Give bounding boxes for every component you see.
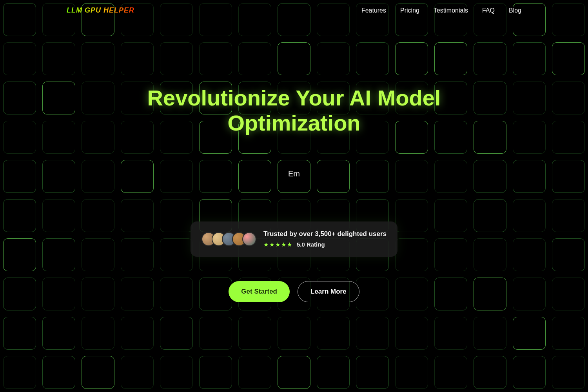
bg-cube	[3, 317, 36, 350]
bg-cube	[199, 317, 232, 350]
bg-cube	[434, 356, 467, 389]
get-started-button[interactable]: Get Started	[229, 281, 290, 302]
bg-cube	[3, 356, 36, 389]
bg-cube	[552, 317, 585, 350]
bg-cube	[513, 317, 546, 350]
brand-logo[interactable]: LLM GPU HELPER	[67, 6, 134, 15]
user-avatars	[201, 232, 256, 246]
bg-cube	[317, 356, 350, 389]
nav-blog[interactable]: Blog	[509, 7, 521, 14]
bg-cube	[238, 317, 271, 350]
cta-row: Get Started Learn More	[229, 281, 359, 302]
bg-cube	[356, 317, 389, 350]
bg-cube	[356, 356, 389, 389]
nav-features[interactable]: Features	[361, 7, 386, 14]
bg-cube	[474, 356, 506, 389]
trust-card: Trusted by over 3,500+ delighted users ★…	[191, 221, 397, 257]
bg-cube	[121, 356, 154, 389]
trust-text: Trusted by over 3,500+ delighted users ★…	[263, 230, 387, 248]
bg-cube	[42, 317, 75, 350]
nav-pricing[interactable]: Pricing	[400, 7, 419, 14]
bg-cube	[395, 317, 428, 350]
bg-cube	[395, 356, 428, 389]
rating-row: ★★★★★ 5.0 Rating	[263, 241, 387, 248]
site-header: LLM GPU HELPER Features Pricing Testimon…	[0, 0, 588, 21]
bg-cube	[160, 356, 193, 389]
hero-title: Revolutionize Your AI Model Optimization	[118, 85, 470, 136]
bg-cube	[513, 356, 546, 389]
bg-cube	[317, 317, 350, 350]
nav-faq[interactable]: FAQ	[482, 7, 495, 14]
bg-cube	[552, 356, 585, 389]
hero-typing-text: Em	[288, 169, 300, 178]
bg-cube	[121, 317, 154, 350]
bg-cube	[199, 356, 232, 389]
bg-cube	[82, 317, 114, 350]
nav-testimonials[interactable]: Testimonials	[434, 7, 468, 14]
rating-text: 5.0 Rating	[297, 241, 325, 248]
trust-headline: Trusted by over 3,500+ delighted users	[263, 230, 387, 238]
main-nav: Features Pricing Testimonials FAQ Blog	[361, 7, 521, 14]
bg-cube	[278, 317, 310, 350]
star-icons: ★★★★★	[263, 241, 293, 248]
avatar	[242, 232, 256, 246]
bg-cube	[474, 317, 506, 350]
bg-cube	[238, 356, 271, 389]
bg-cube	[278, 356, 310, 389]
bg-cube	[434, 317, 467, 350]
bg-cube	[82, 356, 114, 389]
bg-cube	[42, 356, 75, 389]
bg-cube	[160, 317, 193, 350]
learn-more-button[interactable]: Learn More	[298, 281, 359, 302]
hero-section: Revolutionize Your AI Model Optimization…	[0, 21, 588, 302]
